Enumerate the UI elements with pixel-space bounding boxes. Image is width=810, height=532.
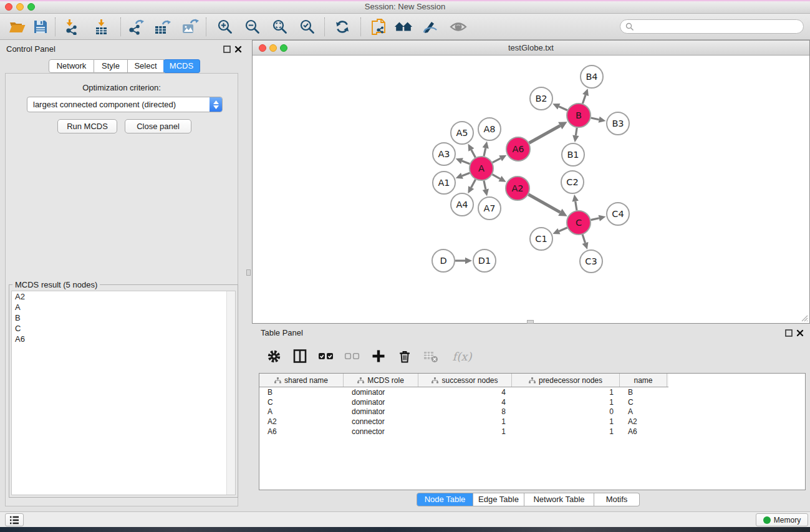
result-item[interactable]: B [12, 312, 235, 323]
search-field[interactable] [620, 19, 804, 34]
edge-A6-B[interactable] [529, 122, 567, 143]
result-item[interactable]: A2 [12, 291, 235, 302]
node-A6[interactable]: A6 [506, 137, 530, 161]
zoom-selected-icon[interactable] [298, 18, 317, 36]
edge-A-A8[interactable] [483, 142, 489, 157]
edge-C-C2[interactable] [572, 195, 579, 210]
run-mcds-button[interactable]: Run MCDS [57, 119, 117, 133]
open-network-file-icon[interactable] [369, 18, 388, 36]
deselect-all-icon[interactable] [344, 347, 361, 365]
node-C4[interactable]: C4 [607, 203, 629, 225]
open-session-icon[interactable] [7, 18, 26, 36]
node-table[interactable]: shared nameMCDS rolesuccessor nodesprede… [259, 373, 806, 490]
tab-network-table[interactable]: Network Table [524, 493, 594, 506]
vertical-splitter-handle[interactable] [246, 269, 251, 276]
zoom-fit-icon[interactable] [271, 18, 289, 36]
node-B2[interactable]: B2 [530, 87, 552, 110]
close-panel-icon[interactable] [234, 46, 242, 55]
edge-A-A5[interactable] [468, 144, 476, 158]
tab-network[interactable]: Network [49, 59, 94, 73]
edge-C-C1[interactable] [552, 228, 567, 234]
table-close-panel-icon[interactable] [796, 329, 804, 339]
column-header-name[interactable]: name [620, 374, 667, 387]
result-item[interactable]: C [12, 323, 235, 334]
close-panel-button[interactable]: Close panel [125, 119, 191, 133]
import-network-icon[interactable] [62, 18, 81, 36]
node-A2[interactable]: A2 [506, 177, 529, 200]
table-row[interactable]: A6connector11A6 [259, 427, 805, 437]
delete-rows-icon[interactable] [396, 347, 413, 365]
node-A[interactable]: A [470, 157, 493, 180]
home-icon[interactable] [394, 18, 413, 36]
zoom-in-icon[interactable] [216, 18, 234, 36]
edge-C-C3[interactable] [582, 235, 589, 249]
hide-annotations-icon[interactable] [421, 18, 440, 36]
toggle-bird-view-icon[interactable] [449, 18, 468, 36]
save-session-icon[interactable] [31, 18, 50, 36]
node-A4[interactable]: A4 [451, 193, 473, 216]
edge-A-A6[interactable] [493, 155, 507, 163]
edge-B-B3[interactable] [591, 117, 606, 123]
export-image-icon[interactable] [181, 18, 200, 36]
column-header-shared-name[interactable]: shared name [259, 374, 344, 387]
column-header-MCDS-role[interactable]: MCDS role [344, 374, 418, 387]
node-D1[interactable]: D1 [473, 249, 496, 272]
result-item[interactable]: A6 [12, 334, 235, 344]
node-C2[interactable]: C2 [561, 171, 584, 193]
tab-motifs[interactable]: Motifs [594, 493, 640, 506]
tab-style[interactable]: Style [94, 59, 128, 73]
node-D[interactable]: D [432, 249, 455, 272]
column-header-successor-nodes[interactable]: successor nodes [418, 374, 512, 387]
table-row[interactable]: A2connector11A2 [259, 417, 805, 427]
node-C[interactable]: C [567, 211, 591, 235]
show-columns-icon[interactable] [291, 347, 309, 365]
function-builder-icon[interactable]: f(x) [448, 347, 476, 365]
resize-grip-icon[interactable] [799, 313, 808, 322]
edge-D-D1[interactable] [455, 258, 472, 264]
task-history-button[interactable] [5, 513, 24, 526]
result-list-scrollbar[interactable] [226, 291, 235, 495]
export-table-icon[interactable] [153, 18, 171, 36]
node-A1[interactable]: A1 [433, 172, 455, 194]
export-network-icon[interactable] [127, 18, 145, 36]
search-input[interactable] [637, 21, 803, 32]
node-B1[interactable]: B1 [562, 143, 584, 166]
node-B4[interactable]: B4 [581, 65, 603, 88]
tab-edge-table[interactable]: Edge Table [473, 493, 524, 506]
criterion-dropdown[interactable]: largest connected component (directed) [27, 97, 223, 112]
edge-A-A2[interactable] [493, 175, 506, 182]
node-A5[interactable]: A5 [451, 122, 473, 144]
refresh-icon[interactable] [333, 18, 352, 36]
import-table-icon[interactable] [92, 18, 111, 36]
node-B3[interactable]: B3 [607, 112, 629, 135]
table-settings-icon[interactable] [265, 347, 282, 365]
edge-C-C4[interactable] [591, 215, 606, 221]
network-window-titlebar[interactable]: testGlobe.txt [253, 41, 809, 56]
tab-select[interactable]: Select [128, 59, 164, 73]
edge-A-A3[interactable] [456, 158, 470, 164]
node-C1[interactable]: C1 [530, 228, 552, 250]
table-float-panel-icon[interactable] [785, 329, 793, 339]
node-A3[interactable]: A3 [433, 143, 455, 165]
edge-A-A4[interactable] [468, 180, 475, 194]
network-graph[interactable]: B4B2BB3A8A5A6A3B1AC2A1A2A4A7C4CC1C3DD1 [253, 56, 809, 323]
horizontal-splitter-handle[interactable] [527, 320, 534, 324]
table-row[interactable]: Adominator80A [259, 407, 805, 417]
node-C3[interactable]: C3 [580, 250, 602, 273]
mcds-result-list[interactable]: A2ABCA6 [11, 291, 236, 495]
add-row-icon[interactable] [370, 347, 387, 365]
node-A8[interactable]: A8 [478, 118, 501, 140]
column-header-predecessor-nodes[interactable]: predecessor nodes [512, 374, 620, 387]
result-item[interactable]: A [12, 302, 235, 312]
zoom-out-icon[interactable] [243, 18, 262, 36]
float-panel-icon[interactable] [223, 46, 231, 55]
node-B[interactable]: B [567, 104, 591, 127]
edge-B-B4[interactable] [582, 89, 589, 104]
select-all-icon[interactable] [317, 347, 335, 365]
memory-button[interactable]: Memory [756, 513, 808, 526]
edge-A-A1[interactable] [456, 173, 470, 179]
edge-B-B2[interactable] [552, 104, 567, 110]
table-row[interactable]: Bdominator41B [259, 387, 805, 397]
tab-node-table[interactable]: Node Table [417, 493, 473, 506]
edge-A-A7[interactable] [483, 181, 489, 196]
